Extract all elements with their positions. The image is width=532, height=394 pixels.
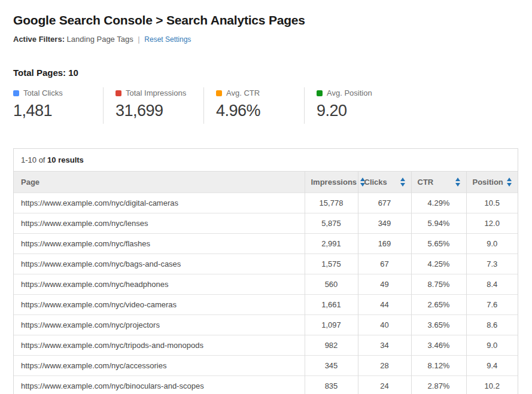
table-row: https://www.example.com/nyc/digital-came… — [14, 193, 518, 213]
total-pages-heading: Total Pages: 10 — [13, 68, 519, 78]
column-header-label: Impressions — [311, 178, 357, 187]
column-header-inner: Position — [473, 178, 512, 187]
impressions-cell: 982 — [305, 335, 358, 356]
impressions-cell: 1,575 — [305, 254, 358, 274]
table-row: https://www.example.com/nyc/lenses5,8753… — [14, 213, 518, 234]
metric-label: Total Impressions — [126, 88, 186, 97]
column-header-label: CTR — [418, 178, 434, 187]
position-cell: 8.6 — [466, 315, 518, 335]
position-cell: 9.4 — [466, 356, 518, 376]
table-row: https://www.example.com/nyc/projectors1,… — [14, 315, 518, 335]
metric-label: Avg. Position — [327, 88, 372, 97]
column-header-label: Page — [21, 178, 39, 187]
column-header-inner: Clicks — [364, 178, 405, 187]
results-table-card: 1-10 of 10 results PageImpressionsClicks… — [13, 148, 518, 394]
ctr-cell: 3.65% — [411, 315, 466, 335]
position-cell: 7.3 — [466, 254, 518, 274]
impressions-cell: 5,875 — [305, 213, 358, 234]
reset-settings-link[interactable]: Reset Settings — [144, 35, 191, 44]
clicks-cell: 349 — [358, 213, 411, 234]
impressions-cell: 560 — [305, 274, 358, 295]
clicks-cell: 40 — [358, 315, 411, 335]
metric-value: 4.96% — [216, 102, 304, 120]
clicks-cell: 34 — [358, 335, 411, 356]
impressions-cell: 1,661 — [305, 295, 358, 315]
ctr-cell: 4.25% — [411, 254, 466, 274]
impressions-cell: 15,778 — [305, 193, 358, 213]
impressions-cell: 1,097 — [305, 315, 358, 335]
metric-label: Avg. CTR — [226, 88, 260, 97]
page-url-cell: https://www.example.com/nyc/bags-and-cas… — [14, 254, 305, 274]
sort-descending-icon[interactable] — [400, 183, 405, 187]
active-filter-value: Landing Page Tags — [67, 35, 133, 44]
filters-separator: | — [138, 35, 139, 44]
results-table: PageImpressionsClicksCTRPosition https:/… — [14, 172, 518, 394]
page-url-cell: https://www.example.com/nyc/binoculars-a… — [14, 376, 305, 394]
clicks-cell: 677 — [358, 193, 411, 213]
column-header-inner: Impressions — [311, 178, 352, 187]
column-header-label: Clicks — [364, 178, 387, 187]
avg-ctr-swatch-icon — [216, 90, 222, 96]
results-range: 1-10 of — [21, 155, 45, 164]
metric-value: 1,481 — [13, 102, 103, 120]
sort-ascending-icon[interactable] — [507, 178, 512, 181]
metric-label-row: Total Clicks — [13, 88, 103, 97]
column-header-page: Page — [14, 172, 305, 193]
page-url-cell: https://www.example.com/nyc/lenses — [14, 213, 305, 234]
sort-ascending-icon[interactable] — [455, 178, 460, 181]
table-header: PageImpressionsClicksCTRPosition — [14, 172, 518, 193]
position-cell: 10.2 — [466, 376, 518, 394]
sort-ascending-icon[interactable] — [400, 178, 405, 181]
avg-position-swatch-icon — [317, 90, 323, 96]
ctr-cell: 4.29% — [411, 193, 466, 213]
metric-label-row: Total Impressions — [115, 88, 203, 97]
impressions-cell: 345 — [305, 356, 358, 376]
column-header-position[interactable]: Position — [466, 172, 518, 193]
column-header-ctr[interactable]: CTR — [411, 172, 466, 193]
table-body: https://www.example.com/nyc/digital-came… — [14, 193, 518, 394]
search-analytics-page: Google Search Console > Search Analytics… — [0, 0, 532, 394]
ctr-cell: 3.46% — [411, 335, 466, 356]
clicks-cell: 169 — [358, 234, 411, 254]
page-url-cell: https://www.example.com/nyc/headphones — [14, 274, 305, 295]
position-cell: 10.5 — [466, 193, 518, 213]
impressions-cell: 2,991 — [305, 234, 358, 254]
table-header-row: PageImpressionsClicksCTRPosition — [14, 172, 518, 193]
metric-card-avg-ctr: Avg. CTR4.96% — [203, 87, 304, 124]
table-row: https://www.example.com/nyc/binoculars-a… — [14, 376, 518, 394]
table-row: https://www.example.com/nyc/accessories3… — [14, 356, 518, 376]
metric-value: 9.20 — [317, 102, 405, 120]
page-title: Google Search Console > Search Analytics… — [13, 13, 519, 28]
column-header-impressions[interactable]: Impressions — [305, 172, 358, 193]
metrics-row: Total Clicks1,481Total Impressions31,699… — [13, 87, 519, 124]
position-cell: 7.6 — [466, 295, 518, 315]
total-impressions-swatch-icon — [115, 90, 121, 96]
metric-card-total-clicks: Total Clicks1,481 — [13, 87, 103, 124]
table-row: https://www.example.com/nyc/headphones56… — [14, 274, 518, 295]
metric-card-total-impressions: Total Impressions31,699 — [103, 87, 203, 124]
ctr-cell: 8.75% — [411, 274, 466, 295]
sort-descending-icon[interactable] — [507, 183, 512, 187]
position-cell: 9.0 — [466, 335, 518, 356]
sort-arrows-icon[interactable] — [455, 178, 460, 187]
metric-label: Total Clicks — [23, 88, 63, 97]
ctr-cell: 2.87% — [411, 376, 466, 394]
ctr-cell: 8.12% — [411, 356, 466, 376]
table-row: https://www.example.com/nyc/tripods-and-… — [14, 335, 518, 356]
sort-descending-icon[interactable] — [455, 183, 460, 187]
column-header-clicks[interactable]: Clicks — [358, 172, 411, 193]
results-total: 10 results — [47, 155, 84, 164]
clicks-cell: 24 — [358, 376, 411, 394]
active-filters-label: Active Filters: — [13, 35, 65, 44]
position-cell: 12.0 — [466, 213, 518, 234]
column-header-label: Position — [473, 178, 503, 187]
sort-arrows-icon[interactable] — [400, 178, 405, 187]
position-cell: 9.0 — [466, 234, 518, 254]
sort-arrows-icon[interactable] — [507, 178, 512, 187]
column-header-inner: Page — [21, 178, 299, 187]
page-url-cell: https://www.example.com/nyc/projectors — [14, 315, 305, 335]
clicks-cell: 28 — [358, 356, 411, 376]
active-filters-bar: Active Filters: Landing Page Tags | Rese… — [13, 35, 519, 44]
page-url-cell: https://www.example.com/nyc/digital-came… — [14, 193, 305, 213]
clicks-cell: 67 — [358, 254, 411, 274]
